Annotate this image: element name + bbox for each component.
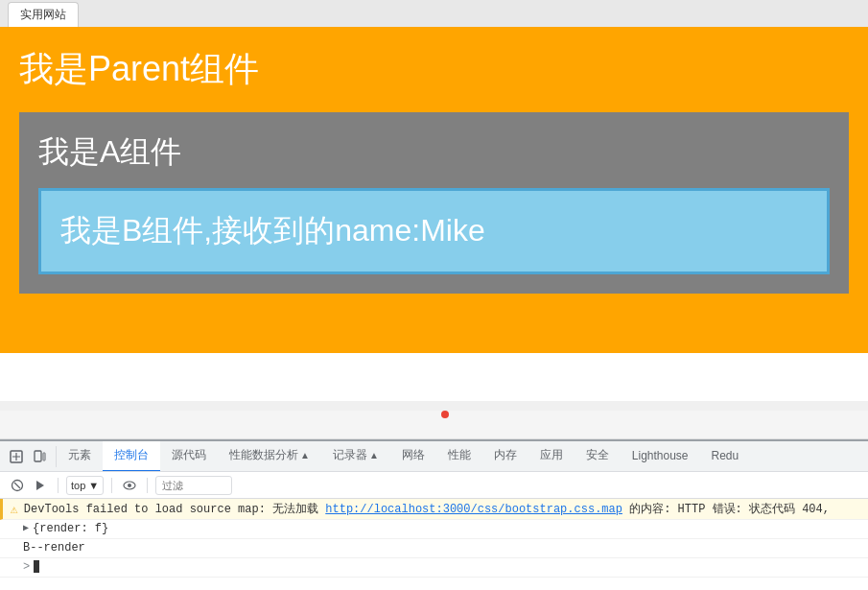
tab-bar: 实用网站 bbox=[0, 0, 868, 27]
parent-component: 我是Parent组件 我是A组件 我是B组件,接收到的name:Mike bbox=[0, 27, 868, 353]
console-filter-input[interactable] bbox=[155, 476, 232, 495]
devtools-device-button[interactable] bbox=[29, 446, 50, 467]
console-cursor bbox=[34, 560, 39, 573]
console-prompt-line[interactable]: > bbox=[0, 558, 868, 578]
tab-security[interactable]: 安全 bbox=[575, 441, 621, 472]
a-component-title: 我是A组件 bbox=[38, 131, 830, 174]
warning-text-before: DevTools failed to load source map: 无法加载 bbox=[24, 503, 325, 516]
svg-rect-1 bbox=[35, 451, 41, 461]
svg-rect-2 bbox=[43, 453, 45, 460]
console-divider-3 bbox=[147, 478, 148, 493]
b-component-title: 我是B组件,接收到的name:Mike bbox=[60, 210, 808, 252]
parent-title: 我是Parent组件 bbox=[19, 46, 849, 93]
page-gap bbox=[0, 411, 868, 439]
tab-sources[interactable]: 源代码 bbox=[160, 441, 218, 472]
svg-line-4 bbox=[14, 483, 20, 488]
tab-performance[interactable]: 性能 bbox=[436, 441, 482, 472]
console-content: ⚠ DevTools failed to load source map: 无法… bbox=[0, 499, 868, 590]
console-clear-button[interactable] bbox=[8, 476, 27, 495]
tab-redux[interactable]: Redu bbox=[700, 441, 751, 472]
tab-lighthouse[interactable]: Lighthouse bbox=[621, 441, 700, 472]
tab-elements[interactable]: 元素 bbox=[57, 441, 103, 472]
page-content: 我是Parent组件 我是A组件 我是B组件,接收到的name:Mike bbox=[0, 27, 868, 401]
console-divider-2 bbox=[111, 478, 112, 493]
console-divider-1 bbox=[58, 478, 59, 493]
tab-performance-analysis[interactable]: 性能数据分析 ▲ bbox=[218, 441, 321, 472]
console-object-text: {render: f} bbox=[33, 522, 860, 535]
console-object-line: ▶ {render: f} bbox=[0, 520, 868, 539]
warning-icon: ⚠ bbox=[11, 502, 18, 517]
tab-memory[interactable]: 内存 bbox=[482, 441, 528, 472]
console-render-line: B--render bbox=[0, 539, 868, 558]
performance-analysis-badge: ▲ bbox=[300, 450, 310, 460]
tab-network[interactable]: 网络 bbox=[390, 441, 436, 472]
top-context-select[interactable]: top ▼ bbox=[66, 476, 104, 495]
console-render-text: B--render bbox=[23, 541, 860, 555]
tab-recorder[interactable]: 记录器 ▲ bbox=[321, 441, 390, 472]
eye-button[interactable] bbox=[120, 476, 139, 495]
devtools-panel: 元素 控制台 源代码 性能数据分析 ▲ 记录器 ▲ 网络 性能 内存 应用 安全 bbox=[0, 439, 868, 590]
devtools-inspect-button[interactable] bbox=[6, 446, 27, 467]
tab-console[interactable]: 控制台 bbox=[103, 441, 160, 472]
expand-arrow[interactable]: ▶ bbox=[23, 522, 29, 533]
b-component: 我是B组件,接收到的name:Mike bbox=[38, 188, 830, 274]
recorder-badge: ▲ bbox=[369, 450, 379, 460]
console-toolbar: top ▼ bbox=[0, 472, 868, 499]
console-prompt-char: > bbox=[23, 560, 30, 574]
tab-application[interactable]: 应用 bbox=[528, 441, 575, 472]
console-warning-text: DevTools failed to load source map: 无法加载… bbox=[24, 501, 860, 517]
bootstrap-map-link[interactable]: http://localhost:3000/css/bootstrap.css.… bbox=[325, 503, 622, 516]
warning-text-after: 的内容: HTTP 错误: 状态代码 404, bbox=[622, 503, 830, 516]
console-warning-line: ⚠ DevTools failed to load source map: 无法… bbox=[0, 499, 868, 520]
svg-marker-5 bbox=[36, 481, 44, 490]
svg-point-7 bbox=[128, 484, 131, 487]
browser-tab[interactable]: 实用网站 bbox=[8, 2, 79, 27]
console-play-button[interactable] bbox=[31, 476, 50, 495]
a-component: 我是A组件 我是B组件,接收到的name:Mike bbox=[19, 112, 849, 294]
devtools-tabs: 元素 控制台 源代码 性能数据分析 ▲ 记录器 ▲ 网络 性能 内存 应用 安全 bbox=[0, 441, 868, 472]
